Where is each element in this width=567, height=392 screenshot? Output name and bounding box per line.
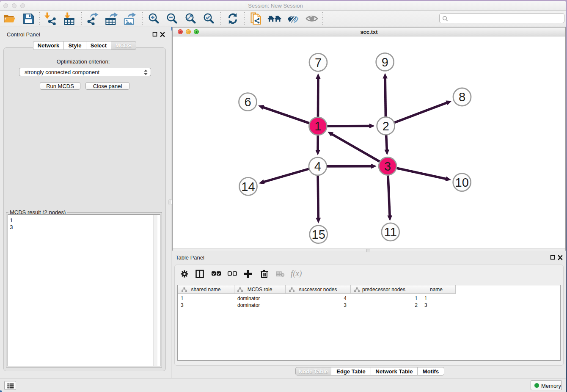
svg-text:4: 4 [314, 160, 321, 173]
svg-text:3: 3 [384, 160, 391, 173]
svg-text:1: 1 [314, 119, 321, 133]
svg-text:6: 6 [244, 95, 251, 109]
svg-text:9: 9 [382, 55, 388, 69]
svg-text:7: 7 [315, 56, 322, 69]
svg-text:8: 8 [459, 90, 465, 104]
svg-text:14: 14 [241, 180, 255, 193]
svg-text:10: 10 [455, 176, 469, 189]
svg-text:2: 2 [383, 119, 389, 133]
svg-text:11: 11 [384, 225, 397, 239]
svg-text:15: 15 [312, 228, 325, 241]
